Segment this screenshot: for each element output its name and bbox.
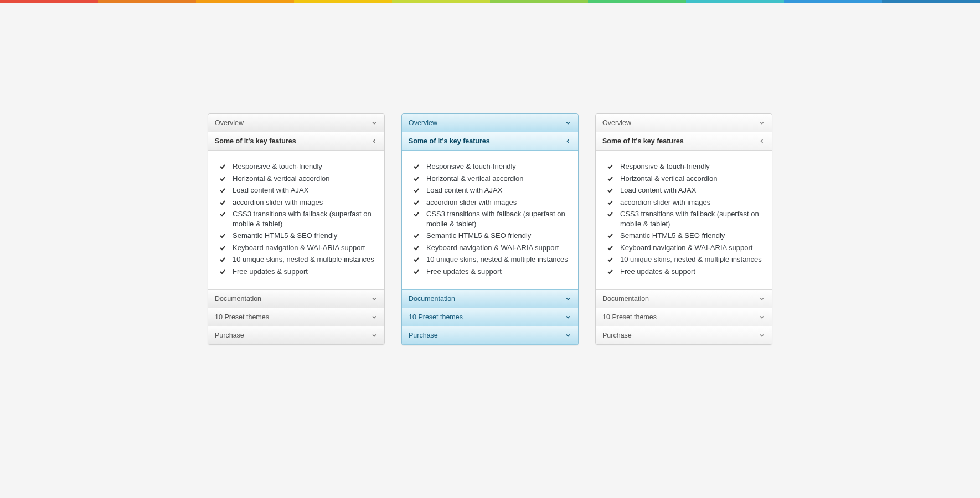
accordion-body-features: Responsive & touch-friendly Horizontal &… bbox=[208, 151, 384, 290]
check-icon bbox=[607, 186, 613, 193]
feature-text: Load content with AJAX bbox=[620, 186, 696, 194]
feature-text: Keyboard navigation & WAI-ARIA support bbox=[426, 243, 559, 252]
chevron-down-icon bbox=[759, 332, 765, 339]
feature-text: Free updates & support bbox=[426, 267, 502, 276]
chevron-down-icon bbox=[759, 120, 765, 126]
accordion-header-label: 10 Preset themes bbox=[602, 313, 657, 321]
accordion-header-label: Some of it's key features bbox=[409, 137, 490, 145]
accordion-header-documentation[interactable]: Documentation bbox=[402, 290, 578, 308]
list-item: Keyboard navigation & WAI-ARIA support bbox=[216, 242, 376, 254]
feature-text: Free updates & support bbox=[620, 267, 695, 276]
check-icon bbox=[413, 210, 420, 217]
accordion-header-label: Purchase bbox=[215, 331, 244, 339]
chevron-down-icon bbox=[759, 295, 765, 302]
list-item: CSS3 transitions with fallback (superfas… bbox=[410, 208, 570, 230]
check-icon bbox=[607, 175, 613, 181]
check-icon bbox=[219, 256, 226, 262]
feature-text: accordion slider with images bbox=[620, 198, 710, 206]
accordion-header-label: Documentation bbox=[215, 295, 261, 303]
chevron-down-icon bbox=[371, 295, 378, 302]
list-item: CSS3 transitions with fallback (superfas… bbox=[216, 208, 376, 230]
list-item: accordion slider with images bbox=[216, 196, 376, 209]
feature-text: 10 unique skins, nested & multiple insta… bbox=[426, 255, 568, 263]
list-item: Keyboard navigation & WAI-ARIA support bbox=[410, 242, 570, 254]
check-icon bbox=[413, 186, 420, 193]
accordion-header-label: Documentation bbox=[409, 295, 455, 303]
list-item: accordion slider with images bbox=[604, 196, 764, 209]
chevron-down-icon bbox=[565, 314, 571, 320]
feature-text: accordion slider with images bbox=[233, 198, 323, 206]
check-icon bbox=[219, 210, 226, 217]
feature-text: Semantic HTML5 & SEO friendly bbox=[620, 231, 725, 240]
chevron-left-icon bbox=[371, 138, 378, 144]
list-item: Horizontal & vertical accordion bbox=[604, 173, 764, 185]
check-icon bbox=[413, 199, 420, 205]
feature-text: Responsive & touch-friendly bbox=[233, 162, 322, 170]
feature-text: Load content with AJAX bbox=[233, 186, 308, 194]
stage: Overview Some of it's key features Respo… bbox=[0, 3, 980, 498]
check-icon bbox=[607, 210, 613, 217]
accordion-header-label: Some of it's key features bbox=[215, 137, 296, 145]
feature-list: Responsive & touch-friendly Horizontal &… bbox=[410, 160, 570, 277]
chevron-down-icon bbox=[759, 314, 765, 320]
feature-text: Horizontal & vertical accordion bbox=[233, 174, 330, 183]
check-icon bbox=[607, 232, 613, 238]
accordion-header-themes[interactable]: 10 Preset themes bbox=[402, 308, 578, 326]
feature-text: Horizontal & vertical accordion bbox=[426, 174, 524, 183]
list-item: Keyboard navigation & WAI-ARIA support bbox=[604, 242, 764, 254]
accordion-body-features: Responsive & touch-friendly Horizontal &… bbox=[402, 151, 578, 290]
feature-text: CSS3 transitions with fallback (superfas… bbox=[233, 210, 372, 228]
rainbow-stripe bbox=[0, 0, 980, 3]
feature-text: Responsive & touch-friendly bbox=[426, 162, 516, 170]
check-icon bbox=[219, 186, 226, 193]
accordion-header-features[interactable]: Some of it's key features bbox=[208, 132, 384, 151]
check-icon bbox=[219, 175, 226, 181]
accordion-header-overview[interactable]: Overview bbox=[402, 114, 578, 132]
feature-text: CSS3 transitions with fallback (superfas… bbox=[620, 210, 759, 228]
check-icon bbox=[413, 268, 420, 274]
chevron-left-icon bbox=[759, 138, 765, 144]
accordion-header-label: Overview bbox=[409, 119, 437, 127]
feature-text: Load content with AJAX bbox=[426, 186, 502, 194]
list-item: Horizontal & vertical accordion bbox=[410, 173, 570, 185]
accordion-header-themes[interactable]: 10 Preset themes bbox=[208, 308, 384, 326]
feature-list: Responsive & touch-friendly Horizontal &… bbox=[604, 160, 764, 277]
check-icon bbox=[219, 244, 226, 251]
accordion-header-label: Documentation bbox=[602, 295, 649, 303]
feature-text: Horizontal & vertical accordion bbox=[620, 174, 718, 183]
check-icon bbox=[219, 268, 226, 274]
feature-text: Free updates & support bbox=[233, 267, 308, 276]
list-item: Load content with AJAX bbox=[410, 184, 570, 196]
check-icon bbox=[607, 256, 613, 262]
check-icon bbox=[413, 244, 420, 251]
feature-text: Semantic HTML5 & SEO friendly bbox=[426, 231, 531, 240]
accordion-header-purchase[interactable]: Purchase bbox=[596, 326, 772, 344]
accordion-white: Overview Some of it's key features Respo… bbox=[208, 113, 385, 345]
chevron-down-icon bbox=[565, 332, 571, 339]
feature-text: CSS3 transitions with fallback (superfas… bbox=[426, 210, 565, 228]
list-item: Semantic HTML5 & SEO friendly bbox=[410, 230, 570, 242]
list-item: Horizontal & vertical accordion bbox=[216, 173, 376, 185]
accordion-header-overview[interactable]: Overview bbox=[208, 114, 384, 132]
chevron-down-icon bbox=[371, 120, 378, 126]
list-item: Load content with AJAX bbox=[216, 184, 376, 196]
accordion-header-purchase[interactable]: Purchase bbox=[208, 326, 384, 344]
accordion-header-themes[interactable]: 10 Preset themes bbox=[596, 308, 772, 326]
list-item: Load content with AJAX bbox=[604, 184, 764, 196]
accordion-header-documentation[interactable]: Documentation bbox=[208, 290, 384, 308]
feature-text: accordion slider with images bbox=[426, 198, 517, 206]
feature-list: Responsive & touch-friendly Horizontal &… bbox=[216, 160, 376, 277]
accordion-header-purchase[interactable]: Purchase bbox=[402, 326, 578, 345]
check-icon bbox=[219, 199, 226, 205]
accordion-light: Overview Some of it's key features Respo… bbox=[595, 113, 772, 345]
chevron-left-icon bbox=[565, 138, 571, 144]
accordion-header-label: Purchase bbox=[602, 331, 632, 339]
accordion-header-overview[interactable]: Overview bbox=[596, 114, 772, 132]
accordion-header-features[interactable]: Some of it's key features bbox=[596, 132, 772, 151]
accordion-header-documentation[interactable]: Documentation bbox=[596, 290, 772, 308]
list-item: CSS3 transitions with fallback (superfas… bbox=[604, 208, 764, 230]
feature-text: Responsive & touch-friendly bbox=[620, 162, 710, 170]
accordion-header-features[interactable]: Some of it's key features bbox=[402, 132, 578, 151]
chevron-down-icon bbox=[371, 332, 378, 339]
feature-text: Keyboard navigation & WAI-ARIA support bbox=[620, 243, 752, 252]
